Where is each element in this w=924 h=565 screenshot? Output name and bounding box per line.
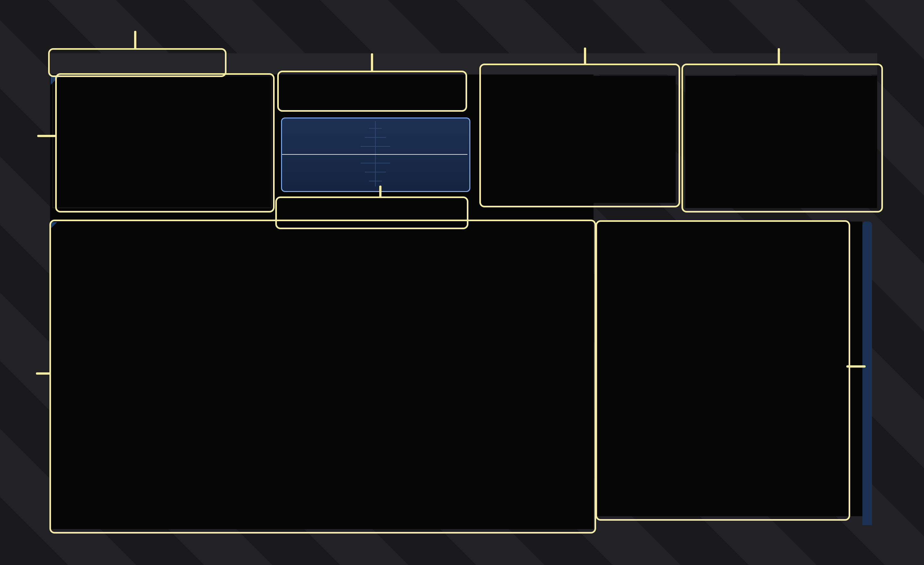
- docked-strip: [862, 221, 872, 525]
- annotation-line: [134, 31, 136, 50]
- annotation-line: [778, 48, 780, 65]
- song-info-panel-bg: [685, 76, 877, 208]
- annotation-line: [371, 53, 373, 72]
- annotation-line: [379, 186, 381, 198]
- annotation-line: [37, 135, 56, 137]
- scope-waveform: [282, 154, 468, 155]
- menu-bar-items: [57, 53, 61, 75]
- scope-tick: [369, 181, 382, 181]
- scope-tick: [365, 137, 386, 138]
- order-list-frame: [52, 76, 272, 208]
- scope-center-line: [375, 121, 376, 186]
- annotation-line: [846, 365, 866, 368]
- scope-tick: [361, 146, 390, 147]
- furnace-tracker-screenshot: [0, 0, 924, 565]
- effect-list-panel-bg: [595, 221, 862, 516]
- annotation-line: [36, 373, 50, 375]
- menu-bar: [50, 53, 877, 75]
- dock-triangle: [51, 222, 57, 228]
- annotation-line: [584, 48, 586, 65]
- assets-panel-bg: [481, 76, 676, 203]
- oscilloscope: [281, 117, 470, 192]
- scope-tick: [369, 128, 382, 129]
- scope-tick: [361, 163, 390, 164]
- scope-tick: [365, 172, 386, 173]
